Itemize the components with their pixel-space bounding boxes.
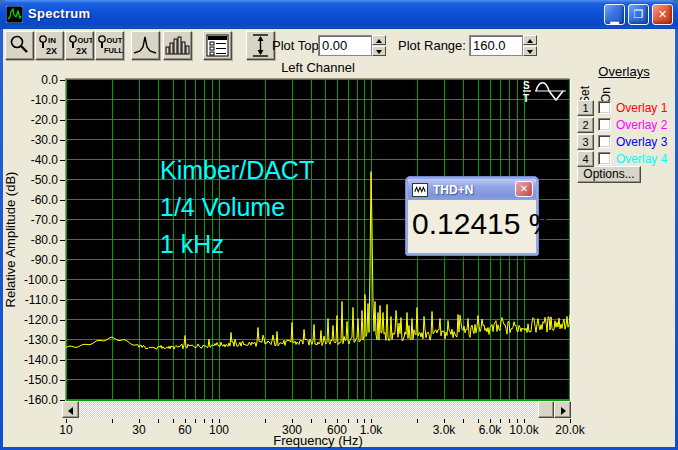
plot-range-spinner[interactable] — [523, 35, 537, 56]
scroll-right-button[interactable] — [554, 401, 571, 418]
overlay-set-button-3[interactable]: 3 — [577, 134, 594, 150]
overlay-on-checkbox-1[interactable] — [598, 101, 611, 114]
annotation-line: 1 kHz — [160, 226, 314, 263]
spectrum-window: Spectrum ▂ ❐ ✕ IN 2X OUT 2X OUT — [0, 0, 678, 450]
vertical-range-icon — [250, 33, 271, 58]
x-tick-mark — [158, 419, 159, 423]
x-tick-label: 10.0k — [509, 423, 538, 437]
channel-title: Left Channel — [66, 60, 570, 75]
maximize-button[interactable]: ❐ — [628, 4, 649, 25]
overlay-set-button-1[interactable]: 1 — [577, 100, 594, 116]
svg-text:T: T — [523, 93, 529, 104]
zoom-out-2x-button[interactable]: OUT 2X — [65, 31, 94, 60]
scrollbar-track[interactable] — [79, 401, 554, 418]
x-tick-label: 20.0k — [555, 423, 584, 437]
x-tick-label: 100 — [209, 423, 229, 437]
scroll-left-button[interactable] — [62, 401, 79, 418]
annotation-line: Kimber/DACT — [160, 152, 314, 189]
thdn-title-bar[interactable]: THD+N ✕ — [408, 179, 536, 200]
y-tick-mark — [60, 340, 65, 341]
x-tick-label: 10 — [59, 423, 72, 437]
y-tick-label: -40.0 — [0, 153, 58, 167]
y-tick-mark — [60, 80, 65, 81]
bar-display-button[interactable] — [163, 31, 192, 60]
zoom-out-full-button[interactable]: OUT FULL — [95, 31, 124, 60]
window-title: Spectrum — [28, 6, 90, 21]
thdn-close-button[interactable]: ✕ — [515, 181, 533, 197]
display-options-button[interactable] — [203, 31, 232, 60]
overlay-label-3: Overlay 3 — [616, 135, 667, 149]
y-tick-mark — [60, 160, 65, 161]
minimize-button[interactable]: ▂ — [604, 4, 625, 25]
y-tick-mark — [60, 120, 65, 121]
x-tick-label: 1.0k — [360, 423, 383, 437]
zoom-in-2x-button[interactable]: IN 2X — [35, 31, 64, 60]
overlay-label-4: Overlay 4 — [616, 152, 667, 166]
x-tick-label: 6.0k — [479, 423, 502, 437]
settings-panel-icon — [206, 34, 229, 57]
overlay-set-button-2[interactable]: 2 — [577, 117, 594, 133]
y-tick-label: -100.0 — [0, 273, 58, 287]
x-tick-mark — [417, 419, 418, 423]
plot-top-input[interactable] — [318, 35, 372, 56]
y-tick-mark — [60, 260, 65, 261]
overlay-set-button-4[interactable]: 4 — [577, 151, 594, 167]
y-tick-mark — [60, 200, 65, 201]
spinner-up-icon[interactable] — [372, 35, 386, 45]
x-tick-label: 30 — [132, 423, 145, 437]
magnifier-icon — [8, 34, 31, 57]
y-tick-label: 0.0 — [0, 73, 58, 87]
zoom-out-full-icon: OUT FULL — [96, 33, 123, 58]
right-arrow-icon — [561, 407, 566, 415]
plot-top-spinner[interactable] — [372, 35, 386, 56]
x-tick-mark — [357, 419, 358, 423]
y-tick-label: -130.0 — [0, 333, 58, 347]
waveform-icon — [412, 183, 428, 197]
y-tick-mark — [60, 180, 65, 181]
horizontal-scrollbar[interactable] — [62, 401, 571, 418]
svg-text:OUT: OUT — [78, 36, 93, 45]
y-tick-mark — [60, 220, 65, 221]
y-tick-label: -70.0 — [0, 213, 58, 227]
svg-text:IN: IN — [48, 36, 56, 45]
overlay-on-checkbox-3[interactable] — [598, 135, 611, 148]
overlays-header: Overlays — [578, 64, 670, 79]
overlay-on-checkbox-4[interactable] — [598, 152, 611, 165]
vertical-range-button[interactable] — [246, 31, 275, 60]
overlay-label-1: Overlay 1 — [616, 101, 667, 115]
svg-text:FULL: FULL — [104, 46, 123, 55]
y-tick-mark — [60, 140, 65, 141]
plot-top-label: Plot Top: — [272, 38, 322, 53]
thdn-title: THD+N — [433, 183, 473, 197]
x-tick-mark — [204, 419, 205, 423]
x-tick-mark — [265, 419, 266, 423]
overlay-label-2: Overlay 2 — [616, 118, 667, 132]
spinner-down-icon[interactable] — [372, 46, 386, 56]
plot-range-input[interactable] — [469, 35, 523, 56]
svg-text:OUT: OUT — [107, 36, 123, 45]
options-button[interactable]: Options... — [577, 166, 641, 183]
y-tick-mark — [60, 300, 65, 301]
close-button[interactable]: ✕ — [652, 4, 673, 25]
y-tick-label: -50.0 — [0, 173, 58, 187]
title-bar[interactable]: Spectrum ▂ ❐ ✕ — [0, 0, 678, 29]
peak-display-button[interactable] — [131, 31, 160, 60]
zoom-in-2x-icon: IN 2X — [37, 33, 62, 58]
x-tick-mark — [463, 419, 464, 423]
zoom-button[interactable] — [5, 31, 34, 60]
y-tick-mark — [60, 320, 65, 321]
overlay-on-checkbox-2[interactable] — [598, 118, 611, 131]
x-tick-mark — [348, 419, 349, 423]
scrollbar-thumb[interactable] — [538, 401, 554, 418]
y-tick-mark — [60, 100, 65, 101]
y-tick-label: -150.0 — [0, 373, 58, 387]
peak-curve-icon — [133, 34, 158, 57]
x-tick-mark — [112, 419, 113, 423]
y-tick-mark — [60, 380, 65, 381]
thdn-window: THD+N ✕ 0.12415 % — [405, 176, 539, 256]
spinner-down-icon[interactable] — [523, 46, 537, 56]
y-tick-label: -120.0 — [0, 313, 58, 327]
x-tick-mark — [173, 419, 174, 423]
y-tick-mark — [60, 400, 65, 401]
spinner-up-icon[interactable] — [523, 35, 537, 45]
